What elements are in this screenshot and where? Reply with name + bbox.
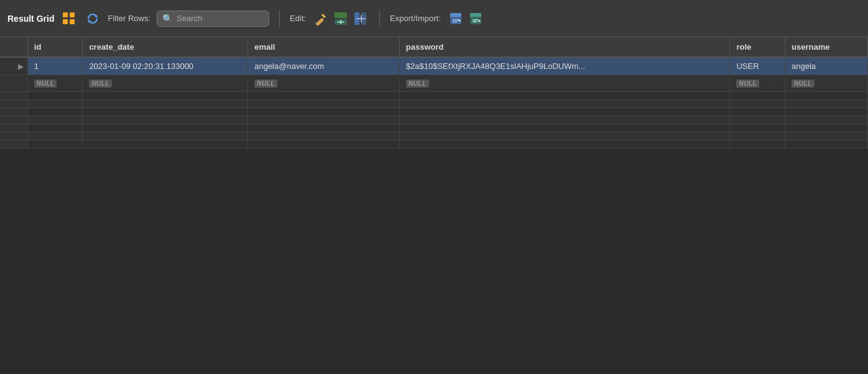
row-num-cell: [0, 108, 27, 116]
search-box: 🔍: [157, 11, 269, 27]
edit-pencil-button[interactable]: [312, 11, 330, 27]
row-num-cell: [0, 124, 27, 132]
cell-password[interactable]: [399, 132, 730, 140]
divider-2: [379, 10, 380, 27]
cell-id[interactable]: [27, 92, 83, 100]
cell-role[interactable]: [730, 100, 785, 108]
cell-id[interactable]: NULL: [27, 75, 83, 92]
cell-username[interactable]: [785, 92, 868, 100]
cell-create_date[interactable]: [83, 132, 248, 140]
row-num-cell: [0, 92, 27, 100]
cell-role[interactable]: [730, 108, 785, 116]
cell-id[interactable]: 1: [27, 57, 83, 75]
svg-rect-0: [63, 12, 68, 17]
cell-create_date[interactable]: [83, 140, 248, 148]
table-row[interactable]: NULLNULLNULLNULLNULLNULL: [0, 75, 868, 92]
toolbar: Result Grid Filter Rows: 🔍 Edit:: [0, 0, 868, 37]
cell-id[interactable]: [27, 132, 83, 140]
cell-password[interactable]: NULL: [399, 75, 730, 92]
cell-username[interactable]: angela: [785, 57, 868, 75]
cell-email[interactable]: [248, 124, 400, 132]
col-header-role[interactable]: role: [730, 37, 785, 57]
cell-password[interactable]: [399, 92, 730, 100]
cell-create_date[interactable]: [83, 124, 248, 132]
row-num-cell: [0, 140, 27, 148]
cell-id[interactable]: [27, 108, 83, 116]
cell-create_date[interactable]: 2023-01-09 02:20:31.133000: [83, 57, 248, 75]
cell-email[interactable]: NULL: [248, 75, 400, 92]
cell-create_date[interactable]: NULL: [83, 75, 248, 92]
cell-email[interactable]: [248, 140, 400, 148]
table-row[interactable]: [0, 116, 868, 124]
cell-username[interactable]: [785, 100, 868, 108]
col-header-email[interactable]: email: [248, 37, 400, 57]
table-row[interactable]: [0, 132, 868, 140]
cell-email[interactable]: [248, 108, 400, 116]
table-row[interactable]: [0, 100, 868, 108]
search-input[interactable]: [177, 14, 264, 23]
cell-role[interactable]: USER: [730, 57, 785, 75]
refresh-icon: [86, 12, 99, 25]
cell-role[interactable]: [730, 116, 785, 124]
row-num-cell: [0, 75, 27, 92]
cell-role[interactable]: [730, 132, 785, 140]
cell-password[interactable]: [399, 140, 730, 148]
export-icon: [449, 12, 463, 25]
insert-col-icon: [354, 12, 367, 25]
col-header-rownum: [0, 37, 27, 57]
table-row[interactable]: [0, 108, 868, 116]
cell-role[interactable]: [730, 92, 785, 100]
cell-create_date[interactable]: [83, 100, 248, 108]
cell-create_date[interactable]: [83, 108, 248, 116]
result-grid-table-container: id create_date email password role usern…: [0, 37, 868, 374]
cell-username[interactable]: [785, 124, 868, 132]
edit-label: Edit:: [290, 14, 306, 23]
cell-id[interactable]: [27, 124, 83, 132]
cell-role[interactable]: [730, 124, 785, 132]
cell-id[interactable]: [27, 116, 83, 124]
add-row-button[interactable]: [332, 11, 349, 27]
col-header-id[interactable]: id: [27, 37, 83, 57]
cell-role[interactable]: NULL: [730, 75, 785, 92]
svg-rect-6: [316, 17, 324, 25]
insert-col-button[interactable]: [352, 11, 369, 27]
grid-view-button[interactable]: [60, 11, 78, 27]
cell-email[interactable]: [248, 116, 400, 124]
table-row[interactable]: [0, 92, 868, 100]
cell-create_date[interactable]: [83, 92, 248, 100]
cell-username[interactable]: [785, 108, 868, 116]
refresh-button[interactable]: [84, 11, 101, 27]
cell-password[interactable]: [399, 116, 730, 124]
col-header-create-date[interactable]: create_date: [83, 37, 248, 57]
export-import-label: Export/Import:: [390, 14, 441, 23]
row-num-cell: [0, 116, 27, 124]
cell-email[interactable]: [248, 92, 400, 100]
cell-role[interactable]: [730, 140, 785, 148]
cell-password[interactable]: [399, 108, 730, 116]
cell-password[interactable]: [399, 100, 730, 108]
col-header-username[interactable]: username: [785, 37, 868, 57]
cell-password[interactable]: [399, 124, 730, 132]
table-row[interactable]: [0, 140, 868, 148]
col-header-password[interactable]: password: [399, 37, 730, 57]
svg-rect-24: [470, 13, 481, 17]
toolbar-title: Result Grid: [7, 14, 54, 24]
cell-id[interactable]: [27, 140, 83, 148]
cell-password[interactable]: $2a$10$SEfXtjRXJA48Q3E1slAHjuP9LoDUWm...: [399, 57, 730, 75]
result-grid-table: id create_date email password role usern…: [0, 37, 868, 148]
table-row[interactable]: ▶12023-01-09 02:20:31.133000angela@naver…: [0, 57, 868, 75]
import-button[interactable]: [467, 11, 484, 27]
cell-create_date[interactable]: [83, 116, 248, 124]
edit-icons: [312, 11, 369, 27]
cell-username[interactable]: NULL: [785, 75, 868, 92]
cell-email[interactable]: [248, 132, 400, 140]
cell-username[interactable]: [785, 140, 868, 148]
table-header-row: id create_date email password role usern…: [0, 37, 868, 57]
cell-email[interactable]: [248, 100, 400, 108]
cell-id[interactable]: [27, 100, 83, 108]
cell-username[interactable]: [785, 132, 868, 140]
table-row[interactable]: [0, 124, 868, 132]
cell-username[interactable]: [785, 116, 868, 124]
cell-email[interactable]: angela@naver.com: [248, 57, 400, 75]
export-button[interactable]: [447, 11, 464, 27]
